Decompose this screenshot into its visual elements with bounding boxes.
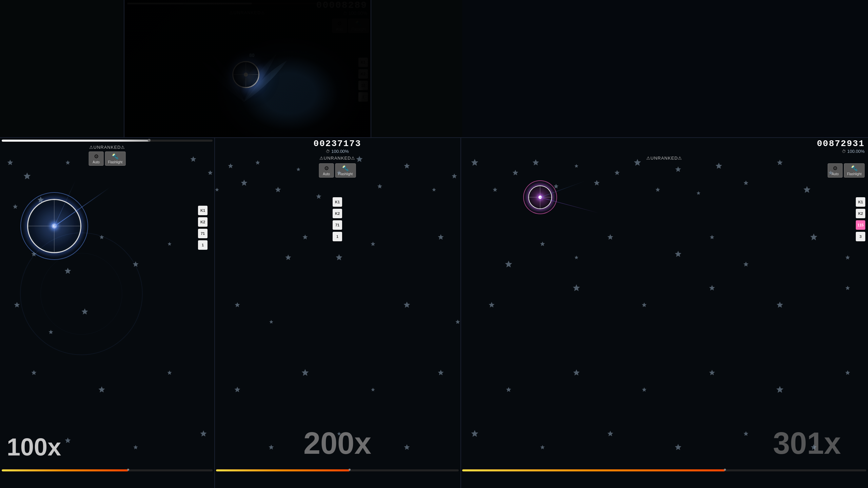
top-center-unranked: ⚠UNRANKED⚠ (229, 9, 265, 16)
key-71-bc: 71 (333, 220, 342, 230)
key-12: 12 (358, 81, 368, 90)
bottom-center-flashlight-btn[interactable]: 🔦 Flashlight (335, 163, 356, 178)
svg-point-0 (20, 233, 142, 355)
bottom-left-keys: K1 K2 71 1 (198, 206, 208, 251)
bottom-right-flashlight-btn[interactable]: 🔦 Flashlight (844, 163, 865, 178)
bottom-center-auto-btn[interactable]: ⚙ Auto (319, 163, 334, 178)
bottom-right-keys: K1 K2 115 3 (856, 197, 865, 242)
key-k2: K2 (358, 69, 368, 79)
key-71-bl: 71 (198, 229, 208, 238)
mod-flashlight-btn[interactable]: 🔦 Flashlight (348, 19, 369, 33)
key-1: 1 (358, 92, 368, 102)
bottom-right-panel: 00872931 ⏱ 100.00% ⚠UNRANKED⚠ ⚙ Auto 🔦 F… (460, 138, 868, 488)
gear-icon-bl: ⚙ (94, 153, 99, 160)
bottom-center-score-area: 00237173 ⏱ 100.00% (314, 139, 361, 154)
key-1-bc: 1 (333, 232, 342, 241)
bottom-left-unranked: ⚠UNRANKED⚠ (89, 144, 125, 150)
bottom-left-panel: ⚠UNRANKED⚠ ⚙ Auto 🔦 Flashlight (0, 138, 214, 488)
gear-icon-br: ⚙ (833, 165, 837, 171)
key-k1-bc: K1 (333, 197, 342, 207)
key-115-br: 115 (856, 220, 865, 230)
key-k2-br: K2 (856, 209, 865, 218)
top-center-score-area: 00008289 ⏱ 100.00% (316, 0, 367, 16)
bottom-center-mods: ⚙ Auto 🔦 Flashlight (319, 163, 356, 178)
key-k2-bc: K2 (333, 209, 342, 218)
bottom-center-unranked: ⚠UNRANKED⚠ (319, 155, 356, 161)
bottom-center-panel: 00237173 ⏱ 100.00% ⚠UNRANKED⚠ ⚙ Auto 🔦 F… (214, 138, 460, 488)
bottom-right-auto-btn[interactable]: ⚙ Auto (828, 163, 843, 178)
bottom-right-mods: ⚙ Auto 🔦 Flashlight (828, 163, 865, 178)
key-k1-bl: K1 (198, 206, 208, 215)
top-left-panel (0, 0, 124, 137)
bottom-right-score-area: 00872931 ⏱ 100.00% (817, 139, 865, 154)
key-1-bl: 1 (198, 240, 208, 250)
top-center-accuracy: 100.00% (349, 11, 367, 16)
top-right-panel (371, 0, 462, 137)
bottom-left-multiplier: 100x (7, 433, 61, 461)
mod-auto-btn[interactable]: ⚙ Auto (332, 19, 347, 33)
bottom-left-mods: ⚙ Auto 🔦 Flashlight (89, 151, 126, 166)
bottom-right-multiplier: 301x (773, 426, 841, 461)
bottom-right-score: 00872931 (817, 139, 865, 149)
bottom-center-score: 00237173 (314, 139, 361, 149)
bottom-left-flashlight-btn[interactable]: 🔦 Flashlight (105, 151, 126, 166)
top-center-mods: ⚙ Auto 🔦 Flashlight (332, 19, 369, 33)
bottom-right-accuracy: 100.00% (847, 149, 865, 154)
flashlight-icon-bc: 🔦 (342, 165, 349, 171)
key-3-br: 3 (856, 232, 865, 241)
gear-icon-bc: ⚙ (324, 165, 329, 171)
key-k1: K1 (358, 58, 368, 67)
bottom-center-keys: K1 K2 71 1 (333, 197, 342, 242)
top-center-keys: K1 K2 12 1 (358, 58, 368, 103)
flashlight-icon-br: 🔦 (851, 165, 858, 171)
bottom-left-auto-btn[interactable]: ⚙ Auto (89, 151, 104, 166)
bottom-right-unranked: ⚠UNRANKED⚠ (646, 155, 683, 161)
bottom-center-multiplier: 200x (303, 426, 371, 461)
svg-point-1 (41, 253, 122, 334)
gear-icon: ⚙ (337, 20, 342, 27)
flashlight-icon-bl: 🔦 (112, 153, 119, 160)
key-k2-bl: K2 (198, 217, 208, 227)
flashlight-icon: 🔦 (355, 20, 362, 27)
bottom-center-accuracy: 100.00% (331, 149, 349, 154)
key-k1-br: K1 (856, 197, 865, 207)
top-center-panel: ⚠UNRANKED⚠ 00008289 ⏱ 100.00% ⚙ Auto 🔦 F… (124, 0, 371, 137)
top-center-score: 00008289 (316, 0, 367, 11)
